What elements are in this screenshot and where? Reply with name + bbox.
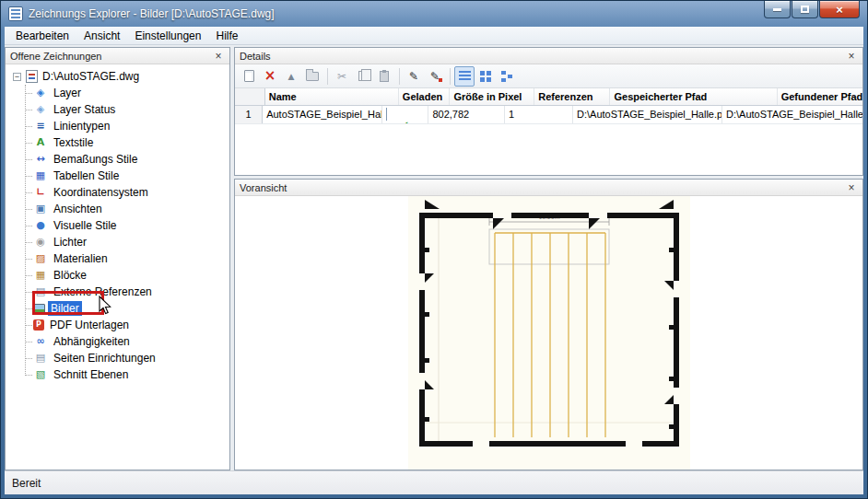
row-number-cell: 1 bbox=[235, 106, 263, 123]
checkbox-checked-icon: ✔ bbox=[386, 120, 424, 123]
tree-item-label: Tabellen Stile bbox=[51, 168, 122, 183]
sidebar-item-textstile[interactable]: ATextstile bbox=[6, 134, 229, 151]
column-header-geladen[interactable]: Geladen bbox=[399, 88, 451, 105]
sidebar-item-lichter[interactable]: ◉Lichter bbox=[6, 234, 229, 250]
view-details-button[interactable] bbox=[454, 66, 475, 87]
sidebar-item-schnitt-ebenen[interactable]: ▧Schnitt Ebenen bbox=[6, 366, 229, 383]
highlight-annotation-box bbox=[32, 291, 104, 315]
layer-icon: ◈ bbox=[33, 86, 48, 100]
sidebar-item-materialien[interactable]: ▨Materialien bbox=[6, 250, 229, 267]
view-thumbnails-button[interactable] bbox=[475, 66, 496, 87]
linetypes-icon: ≡ bbox=[33, 119, 48, 133]
tree-item-label: Koordinatensystem bbox=[51, 185, 151, 200]
menu-einstellungen[interactable]: Einstellungen bbox=[127, 28, 208, 44]
copy-button[interactable] bbox=[353, 66, 373, 87]
open-folder-button[interactable] bbox=[302, 66, 323, 87]
views-icon: ▣ bbox=[33, 202, 48, 216]
attach-icon: ▲ bbox=[288, 72, 295, 81]
ucs-icon: ∟ bbox=[33, 185, 48, 200]
sidebar-item-abhaengigkeiten[interactable]: ∞Abhängigkeiten bbox=[6, 333, 229, 350]
column-header-referenzen[interactable]: Referenzen bbox=[534, 88, 610, 105]
table-row[interactable]: 1 AutoSTAGE_Beispiel_Halle ✔ 802,782 1 D… bbox=[235, 106, 862, 124]
sidebar-item-seiten-einrichtungen[interactable]: ▤Seiten Einrichtungen bbox=[6, 350, 229, 366]
cut-icon: ✂ bbox=[337, 70, 346, 83]
minimize-button[interactable] bbox=[764, 1, 791, 18]
redline-pen-button[interactable]: ✎ bbox=[425, 66, 445, 87]
tree-item-label: Blöcke bbox=[51, 268, 89, 283]
edit-pen-button[interactable]: ✎ bbox=[404, 66, 424, 87]
close-panel-icon[interactable]: × bbox=[845, 50, 858, 63]
new-image-button[interactable] bbox=[239, 66, 259, 87]
sidebar-item-ansichten[interactable]: ▣Ansichten bbox=[6, 201, 229, 217]
sidebar-item-tabellen-stile[interactable]: ▦Tabellen Stile bbox=[6, 168, 229, 184]
details-panel: Details × × ▲ ✂ ✎ ✎ bbox=[234, 47, 863, 176]
sidebar-item-bemassungs-stile[interactable]: ↔Bemaßungs Stile bbox=[6, 151, 229, 168]
pdf-icon: P bbox=[33, 319, 44, 331]
details-title: Details bbox=[240, 51, 845, 62]
column-header-gespeicherter-pfad[interactable]: Gespeicherter Pfad bbox=[610, 88, 777, 105]
open-folder-icon bbox=[306, 72, 319, 81]
sidebar-item-linientypen[interactable]: ≡Linientypen bbox=[6, 118, 229, 134]
sidebar-item-pdf-unterlagen[interactable]: PPDF Unterlagen bbox=[6, 317, 229, 333]
delete-icon: × bbox=[264, 69, 276, 83]
visualstyles-icon: ● bbox=[33, 218, 48, 233]
cut-button[interactable]: ✂ bbox=[332, 66, 352, 87]
sectionplanes-icon: ▧ bbox=[33, 367, 48, 382]
tree-item-label: Textstile bbox=[51, 135, 96, 150]
tree-item-label: Lichter bbox=[51, 235, 89, 250]
tree-root-label: D:\AutoSTAGE.dwg bbox=[42, 70, 139, 83]
close-panel-icon[interactable]: × bbox=[845, 181, 858, 194]
materials-icon: ▨ bbox=[33, 251, 48, 266]
preview-header: Voransicht × bbox=[235, 180, 862, 196]
close-panel-icon[interactable]: × bbox=[212, 50, 225, 63]
tree-item-label: Bemaßungs Stile bbox=[51, 152, 140, 167]
column-header-name[interactable]: Name bbox=[265, 88, 399, 105]
view-tree-button[interactable] bbox=[497, 66, 517, 87]
window-title: Zeichnungs Explorer - Bilder [D:\AutoSTA… bbox=[29, 7, 275, 20]
tree-root-dwg[interactable]: − D:\AutoSTAGE.dwg bbox=[6, 68, 229, 85]
loaded-checkbox[interactable]: ✔ bbox=[386, 108, 424, 123]
column-header-gefundener-pfad[interactable]: Gefundener Pfad bbox=[778, 88, 862, 105]
status-bar: Bereit bbox=[5, 470, 863, 494]
tree-item-label: Layer bbox=[51, 86, 84, 100]
maximize-button[interactable] bbox=[792, 1, 818, 18]
cell-groesse: 802,782 bbox=[428, 106, 505, 123]
tree-item-label: Ansichten bbox=[51, 202, 105, 216]
sidebar-item-bloecke[interactable]: ▦Blöcke bbox=[6, 267, 229, 284]
preview-floorplan: 13.26m bbox=[408, 196, 690, 470]
view-tree-icon bbox=[501, 71, 513, 82]
menu-bar: Bearbeiten Ansicht Einstellungen Hilfe bbox=[5, 27, 863, 45]
sidebar-item-visuelle-stile[interactable]: ●Visuelle Stile bbox=[6, 217, 229, 234]
preview-body: 13.26m bbox=[235, 196, 862, 470]
column-header-groesse[interactable]: Größe in Pixel bbox=[450, 88, 534, 105]
textstyles-icon: A bbox=[33, 135, 48, 150]
tree-item-label: Abhängigkeiten bbox=[51, 334, 133, 349]
cell-referenzen: 1 bbox=[505, 106, 573, 123]
tree-item-label: PDF Unterlagen bbox=[47, 318, 132, 332]
close-icon: × bbox=[836, 4, 843, 16]
menu-bearbeiten[interactable]: Bearbeiten bbox=[8, 28, 76, 44]
sidebar-item-layer[interactable]: ◈Layer bbox=[6, 85, 229, 101]
open-drawings-header: Offene Zeichnungen × bbox=[6, 48, 229, 64]
tree-item-label: Schnitt Ebenen bbox=[51, 367, 131, 382]
close-button[interactable]: × bbox=[819, 1, 860, 18]
tree-item-label: Materialien bbox=[51, 251, 111, 266]
new-image-icon bbox=[244, 70, 254, 82]
paste-button[interactable] bbox=[374, 66, 394, 87]
layer-status-icon: ◈ bbox=[33, 102, 48, 117]
sidebar-item-koordinatensystem[interactable]: ∟Koordinatensystem bbox=[6, 184, 229, 201]
sidebar-item-layer-status[interactable]: ◈Layer Status bbox=[6, 101, 229, 118]
menu-hilfe[interactable]: Hilfe bbox=[208, 28, 245, 44]
view-thumbnails-icon bbox=[480, 71, 491, 82]
open-drawings-title: Offene Zeichnungen bbox=[10, 51, 212, 62]
collapse-icon[interactable]: − bbox=[13, 73, 21, 81]
toolbar-separator bbox=[450, 68, 451, 85]
view-details-icon bbox=[459, 71, 471, 81]
preview-title: Voransicht bbox=[240, 182, 845, 193]
menu-ansicht[interactable]: Ansicht bbox=[76, 28, 127, 44]
minimize-icon bbox=[773, 8, 781, 11]
delete-image-button[interactable]: × bbox=[260, 66, 280, 87]
attach-image-button[interactable]: ▲ bbox=[281, 66, 301, 87]
blocks-icon: ▦ bbox=[33, 268, 48, 283]
cell-gespeicherter-pfad: D:\AutoSTAGE_Beispiel_Halle.png bbox=[573, 106, 722, 123]
